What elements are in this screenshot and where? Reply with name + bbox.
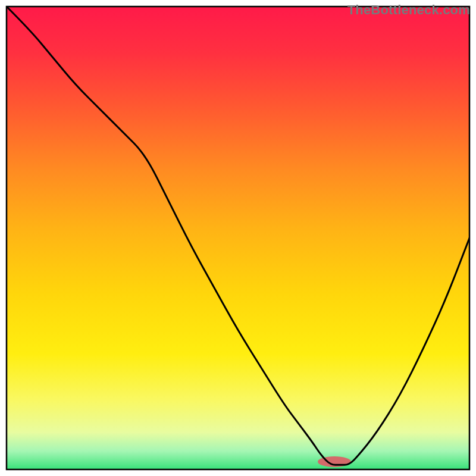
heat-gradient-background	[7, 7, 469, 469]
chart-svg	[0, 0, 476, 476]
chart-stage: TheBottleneck.com	[0, 0, 476, 476]
watermark-text: TheBottleneck.com	[347, 2, 470, 18]
